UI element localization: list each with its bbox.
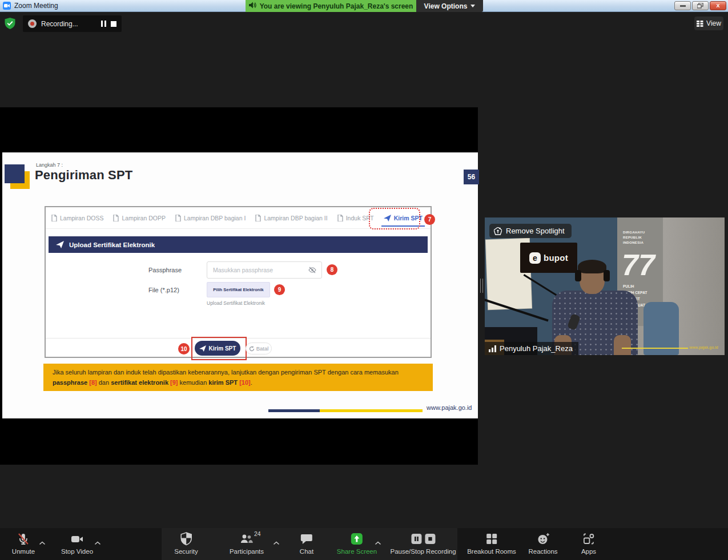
stop-video-button[interactable]: Stop Video bbox=[61, 531, 93, 555]
chevron-down-icon bbox=[470, 5, 475, 7]
pause-stop-icons bbox=[411, 531, 436, 546]
participants-icon: 24 bbox=[239, 531, 254, 546]
step-badge-7: 7 bbox=[424, 214, 435, 225]
video-watermark-line bbox=[622, 348, 688, 349]
headphones bbox=[575, 270, 581, 281]
speaker-hair bbox=[578, 260, 606, 273]
tab-lampiran-doss: Lampiran DOSS bbox=[51, 215, 103, 221]
document-icon bbox=[175, 215, 181, 221]
share-options-chevron[interactable] bbox=[375, 537, 381, 547]
restore-button[interactable] bbox=[692, 1, 709, 10]
tab-lampiran-dopp: Lampiran DOPP bbox=[113, 215, 165, 221]
file-helper-text: Upload Sertifikat Elektronik bbox=[207, 300, 265, 306]
video-options-chevron[interactable] bbox=[95, 537, 101, 547]
speaker-arm bbox=[614, 335, 631, 355]
slide-decoration-navy bbox=[5, 164, 25, 183]
reactions-button[interactable]: Reactions bbox=[528, 531, 557, 555]
instruction-note: Jika seluruh lampiran dan induk telah di… bbox=[43, 364, 433, 391]
tab-lampiran-dbp-2: Lampiran DBP bagian II bbox=[255, 215, 327, 221]
presentation-slide: Langkah 7 : Pengiriman SPT 56 Lampiran D… bbox=[2, 152, 478, 418]
participants-button[interactable]: 24 Participants bbox=[230, 531, 264, 555]
participant-video[interactable]: DIRGAHAYUREPUBLIK INDONESIA 77 PULIH LEB… bbox=[485, 217, 725, 355]
tab-lampiran-dbp-1: Lampiran DBP bagian I bbox=[175, 215, 246, 221]
file-label: File (*.p12) bbox=[148, 287, 179, 293]
pause-stop-recording-button[interactable]: Pause/Stop Recording bbox=[390, 531, 456, 555]
bupot-logo-text: bupot bbox=[544, 253, 568, 263]
recording-icon bbox=[28, 19, 37, 28]
window-title: Zoom Meeting bbox=[14, 2, 58, 10]
slide-step-label: Langkah 7 : bbox=[36, 162, 63, 168]
participant-name-tag: Penyuluh Pajak_Reza bbox=[485, 342, 578, 355]
undo-icon bbox=[249, 346, 255, 352]
bupot-logo-screen: e bupot bbox=[520, 243, 577, 273]
recording-label: Recording... bbox=[41, 20, 96, 28]
apps-button[interactable]: Apps bbox=[581, 531, 596, 555]
unmute-button[interactable]: Unmute bbox=[12, 531, 35, 555]
minimize-button[interactable] bbox=[674, 1, 691, 10]
participants-options-chevron[interactable] bbox=[273, 537, 280, 547]
stop-recording-icon[interactable] bbox=[111, 21, 116, 27]
headphones bbox=[604, 270, 610, 281]
kirim-spt-button: Kirim SPT bbox=[195, 341, 240, 356]
security-button[interactable]: Security bbox=[174, 531, 198, 555]
highlight-dotted-box bbox=[369, 208, 420, 229]
document-icon bbox=[113, 215, 119, 221]
banner-number: 77 bbox=[622, 250, 663, 280]
video-watermark-text: www.pajak.go.id bbox=[689, 345, 718, 349]
view-options-button[interactable]: View Options bbox=[416, 0, 483, 12]
share-screen-icon bbox=[350, 531, 364, 546]
shield-icon bbox=[180, 531, 192, 546]
remove-spotlight-button[interactable]: Remove Spotlight bbox=[489, 224, 572, 238]
video-camera-icon bbox=[70, 531, 85, 546]
efiling-panel: Lampiran DOSS Lampiran DOPP Lampiran DBP… bbox=[45, 206, 432, 358]
participants-count: 24 bbox=[254, 530, 261, 537]
chat-bubble-icon bbox=[300, 531, 313, 546]
audio-level-icon bbox=[489, 345, 496, 352]
share-screen-button[interactable]: Share Screen bbox=[337, 531, 377, 555]
choose-certificate-button: Pilih Sertifikat Elektronik bbox=[207, 282, 270, 297]
breakout-rooms-button[interactable]: Breakout Rooms bbox=[467, 531, 516, 555]
mic-muted-icon bbox=[17, 531, 30, 546]
step-badge-9: 9 bbox=[274, 284, 285, 295]
pause-recording-icon[interactable] bbox=[101, 21, 106, 27]
slide-title: Pengiriman SPT bbox=[35, 168, 133, 183]
screen-share-banner: You are viewing Penyuluh Pajak_Reza's sc… bbox=[246, 0, 416, 12]
chat-button[interactable]: Chat bbox=[300, 531, 313, 555]
passphrase-input bbox=[207, 261, 322, 279]
meeting-toolbar: Unmute Stop Video Security 24 Participan… bbox=[0, 528, 728, 560]
window-controls: X bbox=[674, 1, 726, 10]
grid-view-icon bbox=[697, 21, 703, 27]
recording-indicator: Recording... bbox=[23, 15, 122, 32]
footer-bar-yellow bbox=[320, 409, 423, 412]
view-button[interactable]: View bbox=[694, 17, 723, 30]
website-text: www.pajak.go.id bbox=[427, 404, 472, 411]
step-badge-8: 8 bbox=[327, 264, 337, 275]
paper-plane-icon bbox=[56, 241, 64, 248]
unmute-options-chevron[interactable] bbox=[39, 537, 46, 547]
footer-bar-navy bbox=[268, 409, 320, 412]
slide-page-number: 56 bbox=[464, 170, 479, 184]
breakout-rooms-icon bbox=[485, 531, 498, 546]
bupot-e-mark: e bbox=[529, 252, 541, 264]
close-button[interactable]: X bbox=[710, 1, 726, 10]
upload-panel-header: Upload Sertifikat Elektronik bbox=[49, 236, 428, 253]
meeting-security-shield-icon bbox=[5, 18, 15, 29]
passphrase-label: Passphrase bbox=[148, 267, 182, 273]
speaker-icon bbox=[249, 2, 256, 10]
share-banner-text: You are viewing Penyuluh Pajak_Reza's sc… bbox=[260, 2, 413, 10]
apps-icon bbox=[582, 531, 595, 546]
eye-slash-icon bbox=[308, 267, 316, 275]
document-icon bbox=[337, 215, 343, 221]
paper-plane-icon bbox=[199, 345, 206, 352]
panel-resize-handle[interactable] bbox=[480, 279, 483, 293]
step-badge-10: 10 bbox=[178, 343, 190, 354]
document-icon bbox=[51, 215, 57, 221]
smiley-plus-icon bbox=[536, 531, 550, 546]
spotlight-pin-icon bbox=[494, 227, 502, 235]
document-icon bbox=[255, 215, 261, 221]
zoom-app-icon bbox=[3, 2, 11, 10]
batal-button: Batal bbox=[246, 343, 272, 354]
